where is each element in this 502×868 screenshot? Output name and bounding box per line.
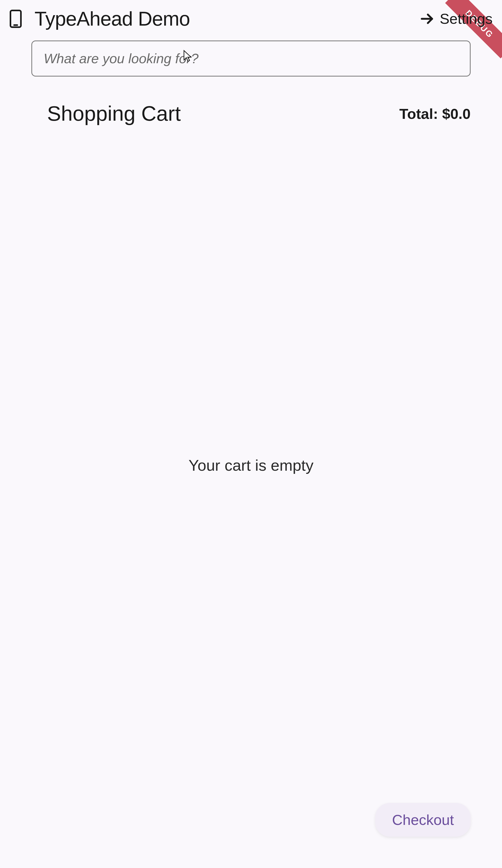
- phone-icon: [9, 9, 22, 28]
- cart-total: Total: $0.0: [399, 105, 471, 122]
- settings-button[interactable]: Settings: [420, 10, 493, 27]
- cart-header: Shopping Cart Total: $0.0: [0, 89, 502, 138]
- search-container: [0, 37, 502, 89]
- app-title: TypeAhead Demo: [34, 7, 190, 30]
- cart-title: Shopping Cart: [47, 102, 181, 126]
- search-input[interactable]: [31, 41, 471, 76]
- app-bar: TypeAhead Demo Settings: [0, 0, 502, 37]
- cart-body: Your cart is empty: [0, 138, 502, 793]
- settings-label: Settings: [440, 10, 493, 27]
- empty-cart-message: Your cart is empty: [189, 456, 313, 474]
- arrow-forward-icon: [420, 11, 434, 26]
- checkout-button[interactable]: Checkout: [375, 803, 471, 837]
- app-container: DEBUG TypeAhead Demo Settings Shopping C: [0, 0, 502, 868]
- checkout-container: Checkout: [0, 793, 502, 868]
